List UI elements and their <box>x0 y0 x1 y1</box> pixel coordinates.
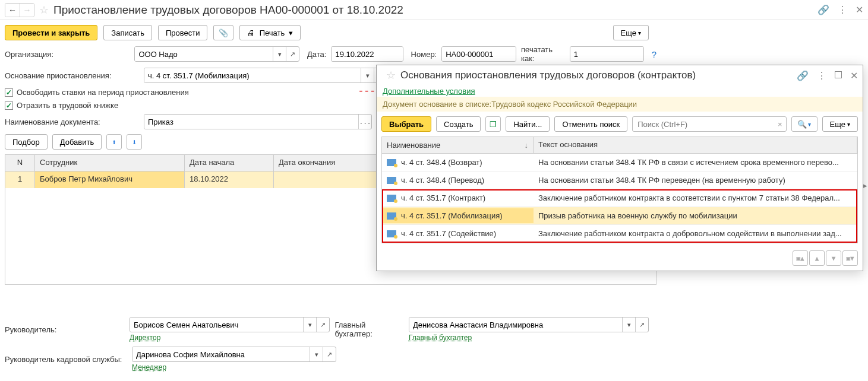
hr-label: Руководитель кадровой службы: <box>5 355 127 364</box>
favorite-star-icon[interactable]: ☆ <box>386 69 396 82</box>
create-button[interactable]: Создать <box>436 116 481 132</box>
move-down-button[interactable]: ⬇ <box>127 134 142 150</box>
close-icon[interactable]: ✕ <box>850 70 858 81</box>
print-as-input[interactable] <box>570 46 644 62</box>
list-item[interactable]: ч. 4 ст. 351.7 (Содействие)Заключение ра… <box>382 225 857 243</box>
mgr-position-link[interactable]: Директор <box>130 334 160 342</box>
docname-input[interactable]: ... <box>144 114 372 129</box>
org-label: Организация: <box>5 50 130 59</box>
menu-dots-icon[interactable]: ⋮ <box>838 4 847 15</box>
more-button[interactable]: Еще ▾ <box>613 25 649 40</box>
move-up-button[interactable]: ⬆ <box>106 134 122 150</box>
docname-label: Наименование документа: <box>5 118 139 126</box>
basis-input[interactable]: ▾ ↗ <box>144 68 387 83</box>
popup-more-button[interactable]: Еще ▾ <box>822 116 858 132</box>
workbook-label: Отразить в трудовой книжке <box>17 101 118 110</box>
choose-button[interactable]: Выбрать <box>381 116 431 132</box>
chevron-down-icon[interactable]: ▾ <box>622 318 635 332</box>
last-page-button[interactable]: ▣▼ <box>842 250 858 266</box>
doc-icon <box>387 159 396 166</box>
print-as-label: печатать как: <box>521 45 565 63</box>
print-button[interactable]: 🖨 Печать ▾ <box>239 25 301 40</box>
main-titlebar: ← → ☆ Приостановление трудовых договоров… <box>0 0 868 20</box>
mgr-input[interactable]: ▾ ↗ <box>130 317 330 332</box>
nav-forward-button[interactable]: → <box>20 4 34 17</box>
col-start[interactable]: Дата начала <box>185 155 274 171</box>
list-item[interactable]: ч. 4 ст. 348.4 (Перевод)На основании ста… <box>382 172 857 189</box>
help-icon[interactable]: ? <box>652 49 656 59</box>
open-icon[interactable]: ↗ <box>635 318 648 332</box>
ellipsis-icon[interactable]: ... <box>358 115 371 129</box>
search-icon[interactable]: 🔍 ▾ <box>791 116 818 132</box>
hr-input[interactable]: ▾ ↗ <box>132 347 336 362</box>
link-icon[interactable]: 🔗 <box>797 70 809 81</box>
date-label: Дата: <box>307 50 326 59</box>
free-rates-label: Освободить ставки на период приостановле… <box>17 88 189 97</box>
close-icon[interactable]: ✕ <box>856 4 863 15</box>
basis-picker-popup: ☆ Основания приостановления трудовых дог… <box>376 65 863 271</box>
next-page-button[interactable]: ▼ <box>826 250 841 266</box>
list-item[interactable]: ч. 4 ст. 351.7 (Мобилизация)Призыв работ… <box>382 207 857 225</box>
first-page-button[interactable]: ▣▲ <box>793 250 808 266</box>
col-text[interactable]: Текст основания <box>534 137 857 153</box>
org-input[interactable]: ▾ ↗ <box>134 46 299 62</box>
main-toolbar: Провести и закрыть Записать Провести 📎 🖨… <box>0 20 654 45</box>
pick-button[interactable]: Подбор <box>5 134 48 150</box>
col-name[interactable]: Наименование ↓ <box>382 137 534 153</box>
search-input[interactable]: × <box>632 116 786 132</box>
write-button[interactable]: Записать <box>103 25 152 40</box>
open-icon[interactable]: ↗ <box>323 347 336 361</box>
date-input[interactable]: 📅 <box>331 46 403 62</box>
link-icon[interactable]: 🔗 <box>818 4 829 15</box>
col-emp[interactable]: Сотрудник <box>35 155 185 171</box>
hr-position-link[interactable]: Менеджер <box>132 363 166 372</box>
copy-button[interactable]: ❐ <box>485 116 501 132</box>
window-title: Приостановление трудовых договоров НА00-… <box>53 4 403 17</box>
chevron-down-icon[interactable]: ▾ <box>310 347 323 361</box>
maximize-icon[interactable] <box>835 70 842 81</box>
basis-table: Наименование ↓ Текст основания ч. 4 ст. … <box>381 136 858 243</box>
list-item[interactable]: ч. 4 ст. 351.7 (Контракт)Заключение рабо… <box>382 189 857 207</box>
free-rates-checkbox[interactable]: ✓ <box>5 88 13 97</box>
doc-icon <box>387 195 396 202</box>
number-input[interactable] <box>441 46 516 62</box>
menu-dots-icon[interactable]: ⋮ <box>817 70 826 81</box>
workbook-checkbox[interactable]: ✓ <box>5 101 13 110</box>
chevron-down-icon[interactable]: ▾ <box>303 318 316 332</box>
doc-icon <box>387 230 396 237</box>
open-icon[interactable]: ↗ <box>286 47 299 61</box>
attach-button[interactable]: 📎 <box>213 25 233 40</box>
number-label: Номер: <box>411 50 437 59</box>
list-item[interactable]: ч. 4 ст. 348.4 (Возврат)На основании ста… <box>382 154 857 172</box>
doc-icon <box>387 212 396 220</box>
find-button[interactable]: Найти... <box>506 116 550 132</box>
open-icon[interactable]: ↗ <box>316 318 329 332</box>
add-button[interactable]: Добавить <box>52 134 102 150</box>
post-button[interactable]: Провести <box>158 25 208 40</box>
info-strip: Документ основание в списке:Трудовой код… <box>377 97 863 112</box>
acct-label: Главный бухгалтер: <box>334 320 403 338</box>
cancel-find-button[interactable]: Отменить поиск <box>554 116 627 132</box>
mgr-label: Руководитель: <box>5 325 125 334</box>
acct-position-link[interactable]: Главный бухгалтер <box>409 334 472 342</box>
acct-input[interactable]: ▾ ↗ <box>409 317 649 332</box>
footer: Руководитель: ▾ ↗ Директор Главный бухга… <box>0 312 654 381</box>
col-n[interactable]: N <box>5 155 35 171</box>
additional-link[interactable]: Дополнительные условия <box>377 85 863 97</box>
prev-page-button[interactable]: ▲ <box>809 250 825 266</box>
sort-down-icon: ↓ <box>525 141 529 150</box>
post-close-button[interactable]: Провести и закрыть <box>5 25 97 40</box>
favorite-star-icon[interactable]: ☆ <box>39 4 49 17</box>
popup-title: Основания приостановления трудовых догов… <box>400 69 696 81</box>
doc-icon <box>387 177 396 184</box>
chevron-down-icon[interactable]: ▾ <box>273 47 286 61</box>
nav-back-button[interactable]: ← <box>5 4 20 17</box>
clear-search-icon[interactable]: × <box>778 120 782 129</box>
basis-label: Основание приостановления: <box>5 71 139 80</box>
chevron-down-icon[interactable]: ▾ <box>361 68 374 82</box>
